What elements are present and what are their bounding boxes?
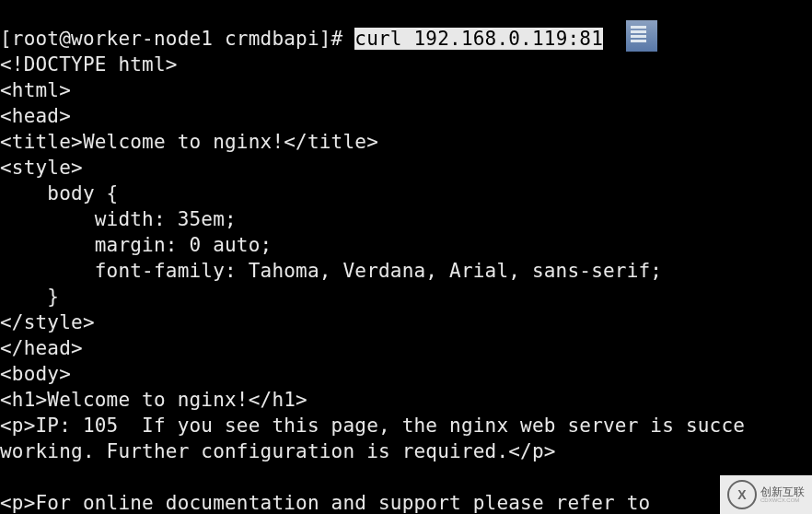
- output-line: <p>For online documentation and support …: [0, 492, 650, 514]
- output-line: <p>IP: 105 If you see this page, the ngi…: [0, 415, 745, 437]
- output-line: <style>: [0, 157, 83, 179]
- output-line: font-family: Tahoma, Verdana, Arial, san…: [0, 260, 662, 282]
- output-line: body {: [0, 182, 118, 204]
- shell-prompt: [root@worker-node1 crmdbapi]#: [0, 28, 354, 50]
- output-line: <title>Welcome to nginx!</title>: [0, 131, 378, 153]
- watermark-text-en: CDXWCX.COM: [760, 497, 805, 503]
- watermark: X 创新互联 CDXWCX.COM: [720, 475, 812, 514]
- shell-prompt-line: [root@worker-node1 crmdbapi]# curl 192.1…: [0, 28, 603, 50]
- output-line: margin: 0 auto;: [0, 234, 272, 256]
- terminal-output[interactable]: [root@worker-node1 crmdbapi]# curl 192.1…: [0, 0, 812, 514]
- watermark-text-cn: 创新互联: [760, 486, 805, 497]
- output-line: working. Further configuration is requir…: [0, 440, 556, 462]
- text-editor-icon[interactable]: [626, 20, 657, 52]
- output-line: <head>: [0, 105, 71, 127]
- output-line: </head>: [0, 337, 83, 359]
- output-line: <body>: [0, 363, 71, 385]
- output-line: }: [0, 286, 59, 308]
- shell-command-highlight: curl 192.168.0.119:81: [354, 28, 603, 50]
- output-line: width: 35em;: [0, 208, 237, 230]
- output-line: <h1>Welcome to nginx!</h1>: [0, 389, 307, 411]
- output-line: <html>: [0, 79, 71, 101]
- watermark-logo-icon: X: [727, 480, 757, 509]
- output-line: <!DOCTYPE html>: [0, 53, 178, 76]
- output-line: </style>: [0, 311, 95, 333]
